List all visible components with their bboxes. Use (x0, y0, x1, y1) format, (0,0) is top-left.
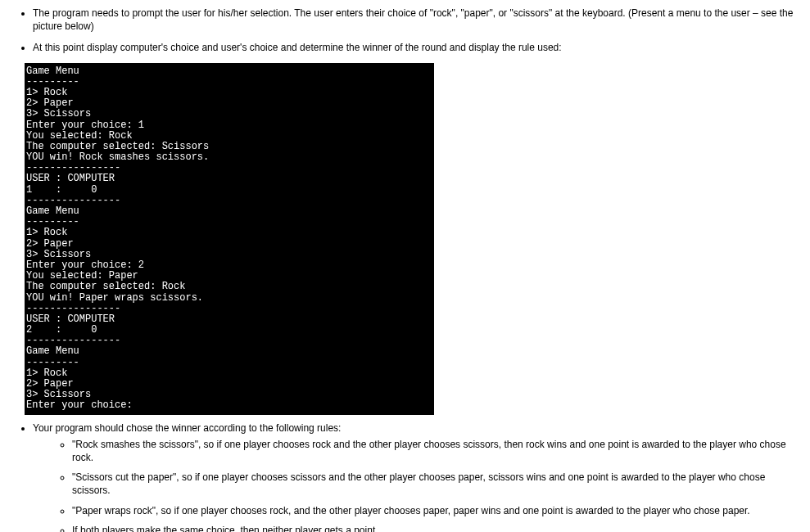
sub-bullet-2: "Scissors cut the paper", so if one play… (72, 471, 800, 497)
sub-bullet-1: "Rock smashes the scissors", so if one p… (72, 438, 800, 464)
sub-bullet-4: If both players make the same choice, th… (72, 524, 800, 532)
bullet-1: The program needs to prompt the user for… (33, 7, 800, 33)
sub-bullet-3: "Paper wraps rock", so if one player cho… (72, 504, 800, 517)
bullet-2: At this point display computer's choice … (33, 41, 800, 54)
terminal-screenshot: Game Menu --------- 1> Rock 2> Paper 3> … (25, 63, 434, 415)
instruction-list: The program needs to prompt the user for… (10, 7, 800, 55)
rules-list: Your program should chose the winner acc… (10, 422, 800, 532)
rules-sub-list: "Rock smashes the scissors", so if one p… (33, 438, 800, 532)
bullet-3-text: Your program should chose the winner acc… (33, 422, 341, 434)
bullet-3: Your program should chose the winner acc… (33, 422, 800, 532)
